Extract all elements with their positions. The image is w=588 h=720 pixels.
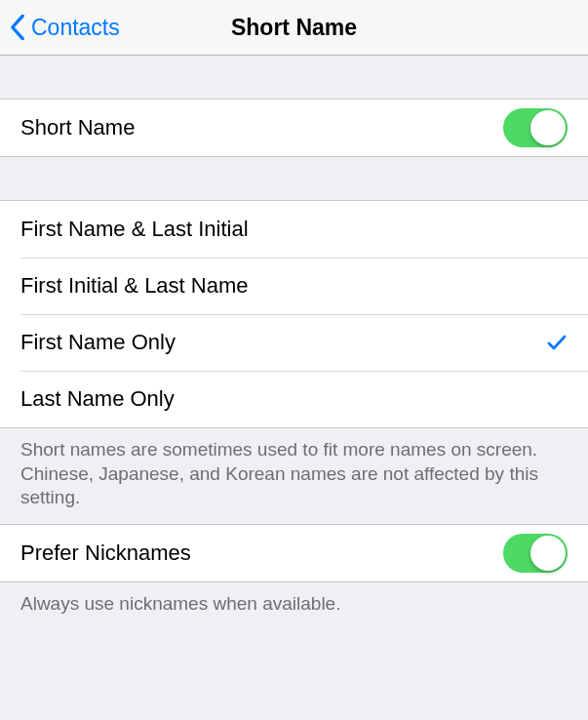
short-name-label: Short Name	[20, 115, 135, 140]
short-name-row[interactable]: Short Name	[0, 100, 588, 156]
format-footer-text: Short names are sometimes used to fit mo…	[0, 428, 588, 524]
navigation-bar: Contacts Short Name	[0, 0, 588, 56]
prefer-nicknames-row[interactable]: Prefer Nicknames	[0, 525, 588, 581]
short-name-toggle-group: Short Name	[0, 99, 588, 157]
format-options-group: First Name & Last Initial First Initial …	[0, 200, 588, 428]
short-name-toggle[interactable]	[503, 108, 568, 147]
nicknames-footer-text: Always use nicknames when available.	[0, 582, 588, 630]
option-label: Last Name Only	[20, 386, 175, 412]
back-label: Contacts	[31, 15, 120, 41]
checkmark-icon	[546, 332, 568, 353]
option-first-name-only[interactable]: First Name Only	[0, 314, 588, 371]
option-label: First Name & Last Initial	[20, 217, 249, 242]
option-first-initial-last-name[interactable]: First Initial & Last Name	[0, 258, 588, 314]
prefer-nicknames-group: Prefer Nicknames	[0, 524, 588, 582]
back-button[interactable]: Contacts	[0, 15, 120, 41]
chevron-left-icon	[10, 15, 25, 40]
section-spacer	[0, 56, 588, 99]
option-first-name-last-initial[interactable]: First Name & Last Initial	[0, 201, 588, 258]
option-label: First Name Only	[20, 330, 176, 355]
section-spacer	[0, 157, 588, 200]
option-label: First Initial & Last Name	[20, 273, 249, 299]
prefer-nicknames-toggle[interactable]	[503, 534, 568, 573]
prefer-nicknames-label: Prefer Nicknames	[20, 540, 191, 566]
option-last-name-only[interactable]: Last Name Only	[0, 371, 588, 427]
